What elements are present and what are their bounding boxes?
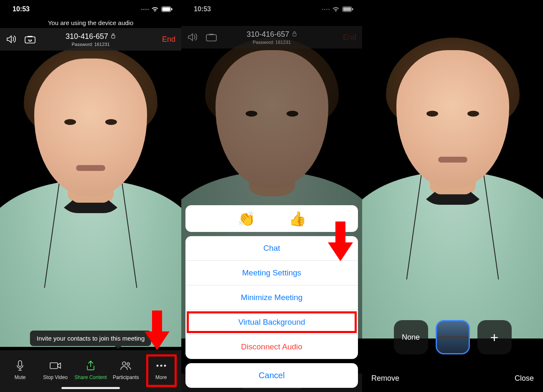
- sheet-cancel-button[interactable]: Cancel: [185, 363, 358, 388]
- status-bar: 10:53: [0, 0, 181, 18]
- screenshot-step-1: 10:53 You are using the device audio 310…: [0, 0, 181, 392]
- svg-rect-16: [352, 8, 353, 10]
- lock-icon: [292, 31, 297, 38]
- svg-rect-4: [112, 36, 115, 38]
- switch-camera-icon[interactable]: [24, 35, 36, 44]
- home-indicator[interactable]: [61, 387, 120, 389]
- plus-icon: +: [490, 329, 499, 346]
- mute-button[interactable]: Mute: [3, 359, 38, 380]
- cancel-sheet: Cancel: [185, 363, 358, 388]
- svg-rect-2: [171, 8, 173, 10]
- meeting-password: Password: 161231: [66, 42, 116, 47]
- svg-rect-6: [50, 363, 58, 369]
- self-video: [0, 46, 181, 347]
- cell-signal-icon: [141, 9, 149, 10]
- speaker-icon[interactable]: [6, 35, 17, 44]
- audio-banner: You are using the device audio: [0, 18, 181, 28]
- meeting-topbar: 310-416-657 Password: 161231 End: [181, 26, 362, 48]
- end-button[interactable]: End: [162, 35, 175, 44]
- lock-icon: [111, 33, 116, 40]
- background-selector: None +: [394, 320, 512, 354]
- svg-rect-12: [152, 311, 162, 331]
- sheet-item-virtual-background[interactable]: Virtual Background: [185, 310, 358, 334]
- annotation-highlight-more: [146, 354, 177, 387]
- wifi-icon: [151, 6, 159, 12]
- svg-rect-3: [25, 37, 35, 43]
- svg-marker-13: [145, 331, 170, 350]
- close-button[interactable]: Close: [515, 374, 534, 383]
- sheet-item-settings[interactable]: Meeting Settings: [185, 260, 358, 285]
- invite-tooltip: Invite your contacts to join this meetin…: [30, 331, 151, 346]
- svg-rect-5: [18, 361, 22, 367]
- wifi-icon: [332, 6, 340, 12]
- svg-rect-15: [343, 8, 351, 11]
- svg-point-7: [122, 362, 126, 365]
- participants-icon: [119, 359, 132, 372]
- sheet-item-minimize[interactable]: Minimize Meeting: [185, 285, 358, 310]
- svg-rect-1: [162, 8, 170, 11]
- self-video: [362, 38, 543, 339]
- end-button[interactable]: End: [343, 33, 356, 42]
- battery-icon: [342, 6, 354, 12]
- meeting-id[interactable]: 310-416-657: [246, 30, 297, 39]
- switch-camera-icon[interactable]: [206, 33, 217, 42]
- status-time: 10:53: [194, 5, 211, 13]
- remove-button[interactable]: Remove: [371, 374, 399, 383]
- bg-option-none[interactable]: None: [394, 320, 428, 354]
- svg-point-8: [127, 363, 129, 365]
- screenshot-step-2: 10:53 310-416-657 Password: 161231: [181, 0, 362, 392]
- stop-video-button[interactable]: Stop Video: [38, 359, 73, 380]
- participants-button[interactable]: Participants: [108, 359, 143, 380]
- status-time: 10:53: [13, 5, 30, 13]
- sheet-item-disconnect-audio[interactable]: Disconnect Audio: [185, 334, 358, 359]
- share-icon: [86, 359, 96, 372]
- speaker-icon[interactable]: [187, 33, 198, 42]
- annotation-arrow: [145, 311, 170, 350]
- video-icon: [49, 359, 62, 372]
- reaction-thumbs-up[interactable]: 👍: [289, 210, 306, 227]
- share-content-button[interactable]: Share Content: [73, 359, 108, 380]
- bg-option-add[interactable]: +: [477, 320, 512, 354]
- svg-rect-18: [293, 33, 296, 36]
- svg-rect-19: [335, 221, 345, 242]
- screenshot-step-3: None + Remove Close: [362, 0, 543, 392]
- battery-icon: [161, 6, 173, 12]
- status-bar: 10:53: [181, 0, 362, 18]
- meeting-password: Password: 161231: [246, 40, 297, 45]
- svg-marker-20: [328, 242, 353, 261]
- annotation-arrow: [328, 221, 353, 261]
- bg-option-bridge[interactable]: [436, 320, 470, 354]
- mic-icon: [15, 359, 25, 372]
- cell-signal-icon: [322, 9, 330, 10]
- reaction-clap[interactable]: 👏: [238, 210, 255, 227]
- meeting-id[interactable]: 310-416-657: [66, 32, 116, 41]
- bottom-actions: Remove Close: [362, 374, 543, 383]
- svg-rect-17: [206, 35, 216, 41]
- meeting-topbar: 310-416-657 Password: 161231 End: [0, 28, 181, 51]
